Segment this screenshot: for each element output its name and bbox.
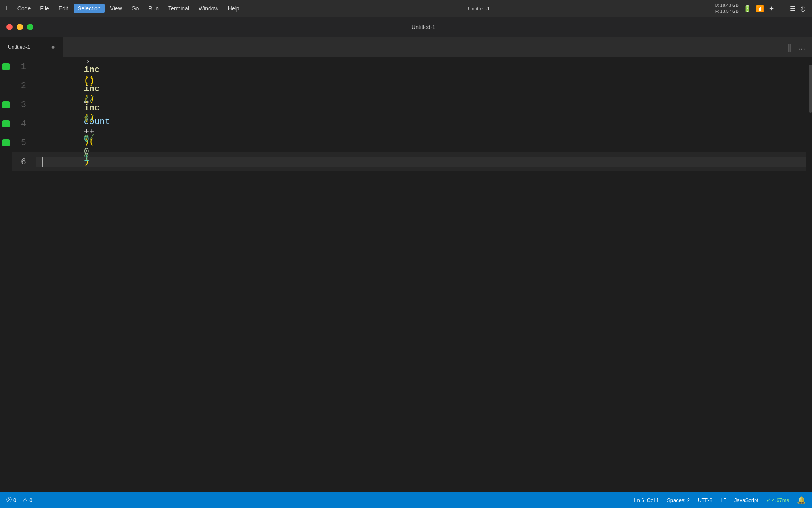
more-actions-icon[interactable]: … — [798, 42, 806, 52]
bp-line-2[interactable] — [0, 76, 12, 95]
menubar-center: Untitled-1 — [245, 6, 713, 12]
error-number: 0 — [13, 497, 16, 503]
file-encoding[interactable]: UTF-8 — [698, 497, 712, 503]
line-number-6: 6 — [12, 157, 36, 167]
maximize-button[interactable] — [27, 24, 33, 30]
timing-info: ✓ 4.67ms — [766, 497, 789, 503]
line-content-6 — [36, 157, 806, 167]
more-icon: … — [779, 5, 785, 12]
minimize-button[interactable] — [17, 24, 23, 30]
fn-call-inc-5: inc — [84, 103, 100, 113]
airdrop-icon: ✦ — [769, 5, 774, 12]
apple-logo-icon:  — [6, 5, 9, 12]
line-number-3: 3 — [12, 100, 36, 110]
close-button[interactable] — [6, 24, 13, 30]
title-bar: Untitled-1 — [0, 17, 812, 37]
text-cursor — [42, 157, 43, 167]
warning-icon: ⚠ — [23, 497, 28, 503]
wifi-icon: 📶 — [756, 5, 764, 12]
window-title: Untitled-1 — [41, 24, 806, 30]
scrollbar-thumb[interactable] — [809, 65, 812, 113]
warning-count[interactable]: ⚠ 0 — [23, 497, 32, 503]
traffic-lights — [6, 24, 33, 30]
breakpoint-dot-4 — [2, 120, 10, 127]
space — [84, 143, 89, 153]
menu-bar:  Code File Edit Selection View Go Run T… — [0, 0, 812, 17]
space — [84, 123, 89, 133]
language-mode[interactable]: JavaScript — [734, 497, 758, 503]
menu-edit[interactable]: Edit — [55, 4, 72, 13]
menu-help[interactable]: Help — [224, 4, 243, 13]
fn-call-inc-3: inc — [84, 65, 100, 75]
status-left: ⓧ 0 ⚠ 0 — [6, 496, 32, 504]
status-bar: ⓧ 0 ⚠ 0 Ln 6, Col 1 Spaces: 2 UTF-8 LF J… — [0, 492, 812, 508]
comment-5: // — [84, 133, 94, 143]
menu-file[interactable]: File — [36, 4, 53, 13]
breakpoints-gutter — [0, 57, 12, 492]
error-icon: ⓧ — [6, 496, 12, 504]
editor-container: 1 let inc = ( count ⇒ () ⇒ count ++ — [0, 57, 812, 492]
breakpoint-dot-1 — [2, 63, 10, 70]
tab-spacer — [63, 37, 781, 57]
line-number-2: 2 — [12, 81, 36, 91]
tab-actions: ‖ … — [781, 37, 812, 57]
line-endings[interactable]: LF — [720, 497, 726, 503]
editor-empty-space — [12, 171, 806, 492]
menubar-window-title: Untitled-1 — [468, 6, 490, 12]
cursor-position[interactable]: Ln 6, Col 1 — [634, 497, 659, 503]
menu-window[interactable]: Window — [195, 4, 222, 13]
warning-number: 0 — [29, 497, 32, 503]
tab-dirty-dot: ● — [51, 43, 55, 51]
fn-call-inc-4: inc — [84, 84, 100, 94]
tab-untitled-1[interactable]: Untitled-1 ● — [0, 37, 63, 57]
line-number-4: 4 — [12, 119, 36, 129]
error-count[interactable]: ⓧ 0 — [6, 496, 16, 504]
menu-run[interactable]: Run — [144, 4, 163, 13]
indent-size[interactable]: Spaces: 2 — [667, 497, 690, 503]
vertical-scrollbar[interactable] — [806, 57, 812, 492]
battery-icon: 🔋 — [743, 5, 751, 12]
bp-line-6[interactable] — [0, 152, 12, 171]
status-right: Ln 6, Col 1 Spaces: 2 UTF-8 LF JavaScrip… — [634, 496, 806, 504]
clock-icon: ◴ — [800, 5, 806, 12]
split-editor-icon[interactable]: ‖ — [787, 42, 791, 52]
bp-line-4[interactable] — [0, 114, 12, 133]
paren-call-5: () — [84, 113, 94, 123]
bp-line-3[interactable] — [0, 95, 12, 114]
tab-bar: Untitled-1 ● ‖ … — [0, 37, 812, 57]
code-editor[interactable]: 1 let inc = ( count ⇒ () ⇒ count ++ — [12, 57, 806, 492]
code-line-5: 5 inc () // ? 2 — [12, 133, 806, 152]
menubar-right: U: 18.43 GB F: 13.57 GB 🔋 📶 ✦ … ☰ ◴ — [714, 2, 806, 15]
bp-line-5[interactable] — [0, 133, 12, 152]
breakpoint-dot-5 — [2, 139, 10, 146]
breakpoint-dot-3 — [2, 101, 10, 108]
menu-terminal[interactable]: Terminal — [164, 4, 193, 13]
menu-code[interactable]: Code — [13, 4, 34, 13]
system-memory-info: U: 18.43 GB F: 13.57 GB — [714, 2, 739, 15]
menu-selection[interactable]: Selection — [74, 4, 105, 13]
tab-label: Untitled-1 — [8, 44, 30, 50]
bp-line-1[interactable] — [0, 57, 12, 76]
menu-go[interactable]: Go — [128, 4, 143, 13]
code-line-6: 6 — [12, 152, 806, 171]
control-center-icon: ☰ — [790, 5, 795, 12]
notification-bell-icon[interactable]: 🔔 — [797, 496, 806, 504]
scrollbar-track — [809, 57, 812, 492]
line-number-1: 1 — [12, 62, 36, 72]
menu-view[interactable]: View — [106, 4, 126, 13]
line-number-5: 5 — [12, 138, 36, 148]
